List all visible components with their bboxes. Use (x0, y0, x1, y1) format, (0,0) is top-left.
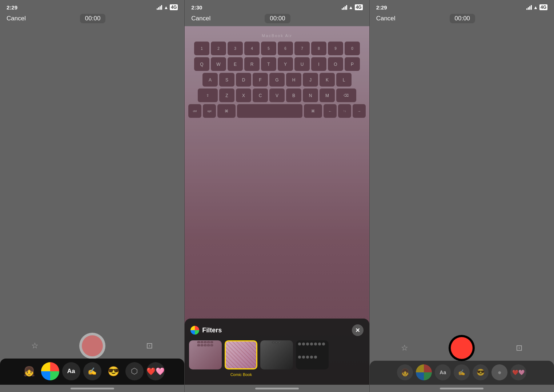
filter-dots[interactable] (296, 340, 329, 377)
filter-comic-book[interactable]: Comic Book (225, 340, 257, 377)
star-btn-1[interactable]: ☆ (27, 338, 43, 354)
panel-2: 2:30 ▲ 4G Cancel 00:00 MacBook Air 1 2 (184, 0, 369, 392)
cancel-btn-3[interactable]: Cancel (376, 15, 396, 22)
camera-switch-btn-3[interactable]: ⊡ (511, 340, 527, 356)
camera-switch-btn-1[interactable]: ⊡ (141, 338, 157, 354)
status-icons-2: ▲ 4G (342, 4, 363, 10)
main-area-2: MacBook Air 1 2 3 4 5 6 7 8 9 0 (185, 26, 369, 385)
filters-title: Filters (202, 327, 222, 334)
text-btn-3[interactable]: Aa (435, 364, 451, 380)
signal-icon-3 (526, 5, 532, 10)
status-icons-3: ▲ 4G (526, 4, 547, 10)
memoji-btn-1[interactable]: 👧 (20, 362, 38, 380)
camera-icon-3: ⊡ (516, 343, 522, 353)
top-bar-3: Cancel 00:00 (370, 13, 554, 26)
time-1: 2:29 (7, 4, 17, 11)
timer-2: 00:00 (265, 14, 290, 23)
shapes-btn-1[interactable]: ⬡ (125, 362, 144, 380)
filter-noir[interactable]: Q W E (260, 340, 293, 377)
filter-original[interactable]: Q W E R T A S D F G (189, 340, 222, 377)
record-btn-inner-1 (82, 335, 103, 356)
wifi-icon-1: ▲ (164, 5, 168, 10)
wifi-icon-2: ▲ (349, 5, 353, 10)
time-3: 2:29 (376, 4, 387, 11)
status-icons-1: ▲ 4G (157, 4, 178, 10)
camera-icon-1: ⊡ (146, 341, 153, 351)
signal-icon-1 (157, 5, 162, 10)
shapes-btn-3[interactable]: ● (491, 364, 507, 380)
timer-1: 00:00 (80, 14, 106, 23)
signal-icon-2 (342, 5, 347, 10)
controls-row-3: ☆ ⊡ (370, 335, 554, 361)
record-btn-1[interactable] (79, 333, 105, 359)
cancel-btn-2[interactable]: Cancel (191, 15, 210, 22)
handwriting-btn-3[interactable]: ✍ (454, 364, 470, 380)
hearts-btn-1[interactable]: ❤️🩷 (146, 362, 165, 380)
timer-3: 00:00 (450, 14, 475, 23)
filters-dot-icon (190, 326, 199, 335)
main-area-1 (0, 26, 184, 333)
filters-header: Filters ✕ (185, 324, 369, 340)
time-2: 2:30 (191, 4, 202, 11)
sticker-btn-1[interactable]: 😎 (104, 362, 123, 380)
handwriting-btn-1[interactable]: ✍ (83, 362, 101, 380)
record-btn-ring-inner-3 (451, 337, 473, 359)
filters-strip: Q W E R T A S D F G (185, 340, 369, 382)
home-indicator-2 (185, 385, 369, 392)
battery-icon-2: 4G (355, 4, 363, 10)
battery-icon-1: 4G (170, 4, 178, 10)
home-indicator-1 (0, 385, 184, 392)
effects-bar-3: 👧 Aa ✍ 😎 ● ❤️🩷 (370, 361, 554, 385)
cancel-btn-1[interactable]: Cancel (7, 15, 26, 22)
home-indicator-3 (370, 385, 554, 392)
filters-close-btn[interactable]: ✕ (352, 324, 364, 336)
status-bar-2: 2:30 ▲ 4G (185, 0, 369, 13)
color-btn-1[interactable] (41, 362, 59, 380)
controls-row-1: ☆ ⊡ (0, 333, 184, 359)
text-btn-1[interactable]: Aa (62, 362, 80, 380)
color-btn-3[interactable] (416, 364, 432, 380)
star-icon-1: ☆ (31, 341, 39, 351)
filter-comic-label: Comic Book (230, 372, 252, 377)
sticker-btn-3[interactable]: 😎 (473, 364, 489, 380)
hearts-btn-3[interactable]: ❤️🩷 (510, 364, 526, 380)
memoji-btn-3[interactable]: 👧 (397, 364, 413, 380)
panel-1: 2:29 ▲ 4G Cancel 00:00 ☆ ⊡ 👧 Aa (0, 0, 184, 392)
top-bar-2: Cancel 00:00 (185, 13, 369, 26)
status-bar-1: 2:29 ▲ 4G (0, 0, 184, 13)
filters-panel: Filters ✕ Q W E R T (185, 319, 369, 385)
panel-3: 2:29 ▲ 4G Cancel 00:00 ☆ ⊡ 👧 Aa (369, 0, 554, 392)
star-btn-3[interactable]: ☆ (397, 340, 413, 356)
battery-icon-3: 4G (539, 4, 547, 10)
top-bar-1: Cancel 00:00 (0, 13, 184, 26)
wifi-icon-3: ▲ (533, 5, 538, 10)
effects-bar-1: 👧 Aa ✍ 😎 ⬡ ❤️🩷 (0, 359, 184, 385)
status-bar-3: 2:29 ▲ 4G (370, 0, 554, 13)
record-btn-ring-3[interactable] (449, 335, 475, 361)
main-area-3 (370, 26, 554, 335)
star-icon-3: ☆ (401, 343, 408, 353)
